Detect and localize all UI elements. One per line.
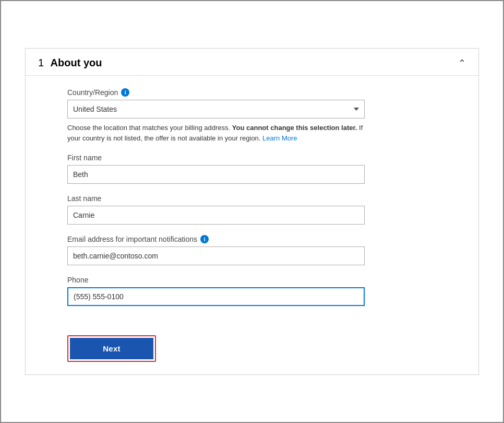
last-name-input[interactable] <box>67 206 365 225</box>
section-number: 1 <box>38 57 44 68</box>
last-name-label: Last name <box>67 194 437 203</box>
country-select[interactable]: United States Canada United Kingdom Aust… <box>67 100 365 119</box>
email-label: Email address for important notification… <box>67 235 437 243</box>
email-field-group: Email address for important notification… <box>67 235 437 265</box>
collapse-icon[interactable]: ⌃ <box>458 57 466 69</box>
first-name-label: First name <box>67 154 437 162</box>
section-title-group: 1 About you <box>38 57 102 69</box>
country-helper-text: Choose the location that matches your bi… <box>67 123 365 143</box>
phone-field-group: Phone <box>67 276 437 306</box>
email-input[interactable] <box>67 246 365 265</box>
first-name-input[interactable] <box>67 165 365 184</box>
button-area: Next <box>26 329 478 374</box>
form-card: 1 About you ⌃ Country/Region i United St… <box>25 48 479 375</box>
next-button[interactable]: Next <box>70 338 153 359</box>
phone-input[interactable] <box>67 287 365 306</box>
last-name-field-group: Last name <box>67 194 437 225</box>
next-button-outline: Next <box>67 335 156 362</box>
country-field-group: Country/Region i United States Canada Un… <box>67 88 437 143</box>
first-name-field-group: First name <box>67 154 437 184</box>
country-select-wrapper: United States Canada United Kingdom Aust… <box>67 100 365 119</box>
country-label: Country/Region i <box>67 88 437 97</box>
phone-label: Phone <box>67 276 437 284</box>
learn-more-link[interactable]: Learn More <box>262 134 297 142</box>
country-info-icon[interactable]: i <box>121 88 129 97</box>
email-info-icon[interactable]: i <box>200 235 209 243</box>
form-body: Country/Region i United States Canada Un… <box>26 76 478 329</box>
section-title: About you <box>51 57 102 68</box>
page-container: 1 About you ⌃ Country/Region i United St… <box>0 0 504 423</box>
section-header: 1 About you ⌃ <box>26 49 478 76</box>
